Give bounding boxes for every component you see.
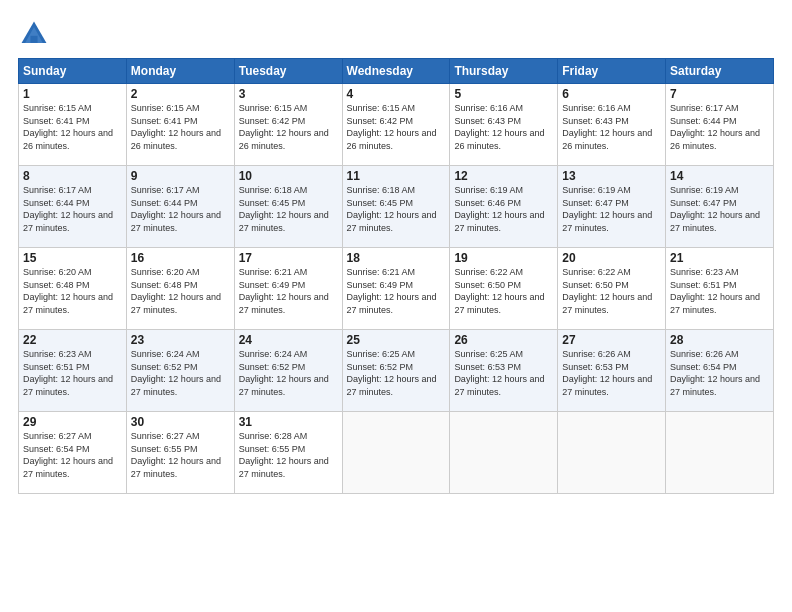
day-info: Sunrise: 6:20 AMSunset: 6:48 PMDaylight:… [131, 267, 221, 315]
calendar-cell: 20 Sunrise: 6:22 AMSunset: 6:50 PMDaylig… [558, 248, 666, 330]
day-number: 18 [347, 251, 446, 265]
calendar-cell: 5 Sunrise: 6:16 AMSunset: 6:43 PMDayligh… [450, 84, 558, 166]
logo [18, 18, 54, 50]
day-info: Sunrise: 6:25 AMSunset: 6:52 PMDaylight:… [347, 349, 437, 397]
day-number: 24 [239, 333, 338, 347]
calendar-cell: 10 Sunrise: 6:18 AMSunset: 6:45 PMDaylig… [234, 166, 342, 248]
calendar-cell: 14 Sunrise: 6:19 AMSunset: 6:47 PMDaylig… [666, 166, 774, 248]
calendar-cell: 2 Sunrise: 6:15 AMSunset: 6:41 PMDayligh… [126, 84, 234, 166]
day-info: Sunrise: 6:20 AMSunset: 6:48 PMDaylight:… [23, 267, 113, 315]
header-wednesday: Wednesday [342, 59, 450, 84]
day-info: Sunrise: 6:17 AMSunset: 6:44 PMDaylight:… [131, 185, 221, 233]
calendar-week-4: 22 Sunrise: 6:23 AMSunset: 6:51 PMDaylig… [19, 330, 774, 412]
day-info: Sunrise: 6:27 AMSunset: 6:55 PMDaylight:… [131, 431, 221, 479]
day-info: Sunrise: 6:23 AMSunset: 6:51 PMDaylight:… [670, 267, 760, 315]
day-number: 25 [347, 333, 446, 347]
calendar-cell: 22 Sunrise: 6:23 AMSunset: 6:51 PMDaylig… [19, 330, 127, 412]
day-info: Sunrise: 6:22 AMSunset: 6:50 PMDaylight:… [454, 267, 544, 315]
header-friday: Friday [558, 59, 666, 84]
calendar-cell: 15 Sunrise: 6:20 AMSunset: 6:48 PMDaylig… [19, 248, 127, 330]
day-info: Sunrise: 6:15 AMSunset: 6:41 PMDaylight:… [23, 103, 113, 151]
day-number: 11 [347, 169, 446, 183]
calendar-cell: 23 Sunrise: 6:24 AMSunset: 6:52 PMDaylig… [126, 330, 234, 412]
page: SundayMondayTuesdayWednesdayThursdayFrid… [0, 0, 792, 612]
day-info: Sunrise: 6:19 AMSunset: 6:46 PMDaylight:… [454, 185, 544, 233]
day-number: 16 [131, 251, 230, 265]
day-number: 26 [454, 333, 553, 347]
header-thursday: Thursday [450, 59, 558, 84]
calendar-header-row: SundayMondayTuesdayWednesdayThursdayFrid… [19, 59, 774, 84]
calendar-cell: 30 Sunrise: 6:27 AMSunset: 6:55 PMDaylig… [126, 412, 234, 494]
day-info: Sunrise: 6:19 AMSunset: 6:47 PMDaylight:… [670, 185, 760, 233]
day-info: Sunrise: 6:16 AMSunset: 6:43 PMDaylight:… [562, 103, 652, 151]
calendar-cell: 9 Sunrise: 6:17 AMSunset: 6:44 PMDayligh… [126, 166, 234, 248]
day-info: Sunrise: 6:23 AMSunset: 6:51 PMDaylight:… [23, 349, 113, 397]
day-number: 5 [454, 87, 553, 101]
calendar-cell: 7 Sunrise: 6:17 AMSunset: 6:44 PMDayligh… [666, 84, 774, 166]
day-number: 12 [454, 169, 553, 183]
calendar-cell [666, 412, 774, 494]
day-number: 9 [131, 169, 230, 183]
calendar-cell [450, 412, 558, 494]
calendar-week-1: 1 Sunrise: 6:15 AMSunset: 6:41 PMDayligh… [19, 84, 774, 166]
svg-rect-2 [30, 36, 37, 43]
header-monday: Monday [126, 59, 234, 84]
day-number: 2 [131, 87, 230, 101]
day-info: Sunrise: 6:18 AMSunset: 6:45 PMDaylight:… [239, 185, 329, 233]
day-info: Sunrise: 6:17 AMSunset: 6:44 PMDaylight:… [23, 185, 113, 233]
calendar-cell: 25 Sunrise: 6:25 AMSunset: 6:52 PMDaylig… [342, 330, 450, 412]
day-info: Sunrise: 6:19 AMSunset: 6:47 PMDaylight:… [562, 185, 652, 233]
day-info: Sunrise: 6:15 AMSunset: 6:41 PMDaylight:… [131, 103, 221, 151]
calendar-cell: 21 Sunrise: 6:23 AMSunset: 6:51 PMDaylig… [666, 248, 774, 330]
day-info: Sunrise: 6:27 AMSunset: 6:54 PMDaylight:… [23, 431, 113, 479]
day-number: 4 [347, 87, 446, 101]
day-info: Sunrise: 6:22 AMSunset: 6:50 PMDaylight:… [562, 267, 652, 315]
day-number: 19 [454, 251, 553, 265]
calendar-week-5: 29 Sunrise: 6:27 AMSunset: 6:54 PMDaylig… [19, 412, 774, 494]
calendar-table: SundayMondayTuesdayWednesdayThursdayFrid… [18, 58, 774, 494]
header-saturday: Saturday [666, 59, 774, 84]
calendar-cell: 12 Sunrise: 6:19 AMSunset: 6:46 PMDaylig… [450, 166, 558, 248]
calendar-cell [342, 412, 450, 494]
day-number: 6 [562, 87, 661, 101]
calendar-cell: 4 Sunrise: 6:15 AMSunset: 6:42 PMDayligh… [342, 84, 450, 166]
day-info: Sunrise: 6:26 AMSunset: 6:53 PMDaylight:… [562, 349, 652, 397]
day-number: 13 [562, 169, 661, 183]
header-tuesday: Tuesday [234, 59, 342, 84]
day-number: 14 [670, 169, 769, 183]
day-info: Sunrise: 6:26 AMSunset: 6:54 PMDaylight:… [670, 349, 760, 397]
calendar-week-2: 8 Sunrise: 6:17 AMSunset: 6:44 PMDayligh… [19, 166, 774, 248]
day-number: 30 [131, 415, 230, 429]
day-number: 22 [23, 333, 122, 347]
day-number: 1 [23, 87, 122, 101]
calendar-cell: 17 Sunrise: 6:21 AMSunset: 6:49 PMDaylig… [234, 248, 342, 330]
day-info: Sunrise: 6:16 AMSunset: 6:43 PMDaylight:… [454, 103, 544, 151]
calendar-cell [558, 412, 666, 494]
calendar-cell: 26 Sunrise: 6:25 AMSunset: 6:53 PMDaylig… [450, 330, 558, 412]
day-info: Sunrise: 6:24 AMSunset: 6:52 PMDaylight:… [131, 349, 221, 397]
day-info: Sunrise: 6:18 AMSunset: 6:45 PMDaylight:… [347, 185, 437, 233]
header-sunday: Sunday [19, 59, 127, 84]
calendar-cell: 1 Sunrise: 6:15 AMSunset: 6:41 PMDayligh… [19, 84, 127, 166]
calendar-cell: 29 Sunrise: 6:27 AMSunset: 6:54 PMDaylig… [19, 412, 127, 494]
day-number: 8 [23, 169, 122, 183]
header [18, 18, 774, 50]
day-number: 31 [239, 415, 338, 429]
calendar-cell: 11 Sunrise: 6:18 AMSunset: 6:45 PMDaylig… [342, 166, 450, 248]
day-info: Sunrise: 6:15 AMSunset: 6:42 PMDaylight:… [239, 103, 329, 151]
calendar-cell: 31 Sunrise: 6:28 AMSunset: 6:55 PMDaylig… [234, 412, 342, 494]
day-info: Sunrise: 6:21 AMSunset: 6:49 PMDaylight:… [239, 267, 329, 315]
day-number: 10 [239, 169, 338, 183]
calendar-cell: 24 Sunrise: 6:24 AMSunset: 6:52 PMDaylig… [234, 330, 342, 412]
calendar-cell: 28 Sunrise: 6:26 AMSunset: 6:54 PMDaylig… [666, 330, 774, 412]
logo-icon [18, 18, 50, 50]
day-info: Sunrise: 6:25 AMSunset: 6:53 PMDaylight:… [454, 349, 544, 397]
day-number: 3 [239, 87, 338, 101]
calendar-cell: 27 Sunrise: 6:26 AMSunset: 6:53 PMDaylig… [558, 330, 666, 412]
calendar-cell: 16 Sunrise: 6:20 AMSunset: 6:48 PMDaylig… [126, 248, 234, 330]
calendar-week-3: 15 Sunrise: 6:20 AMSunset: 6:48 PMDaylig… [19, 248, 774, 330]
day-number: 29 [23, 415, 122, 429]
day-info: Sunrise: 6:21 AMSunset: 6:49 PMDaylight:… [347, 267, 437, 315]
day-number: 28 [670, 333, 769, 347]
calendar-cell: 3 Sunrise: 6:15 AMSunset: 6:42 PMDayligh… [234, 84, 342, 166]
